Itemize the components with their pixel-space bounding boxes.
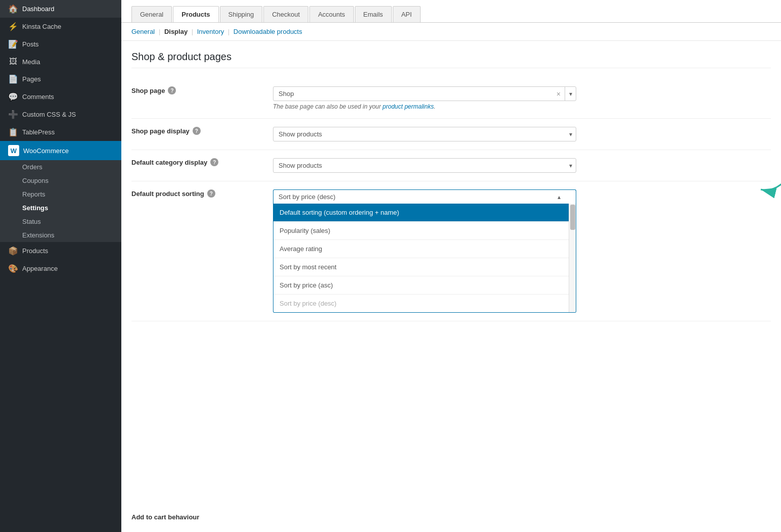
dropdown-option-price-asc[interactable]: Sort by price (asc) bbox=[273, 276, 576, 294]
sidebar-item-media[interactable]: 🖼 Media bbox=[0, 53, 121, 70]
sorting-container: Sort by price (desc) ▴ Default sorting (… bbox=[273, 189, 771, 313]
dropdown-option-price-desc[interactable]: Sort by price (desc) bbox=[273, 294, 576, 312]
tab-general[interactable]: General bbox=[131, 6, 172, 22]
sidebar-item-label: Posts bbox=[22, 40, 113, 48]
sidebar-item-label: Custom CSS & JS bbox=[22, 111, 113, 118]
appearance-icon: 🎨 bbox=[8, 264, 18, 273]
sidebar-item-kinsta-cache[interactable]: ⚡ Kinsta Cache bbox=[0, 18, 121, 35]
tab-products[interactable]: Products bbox=[173, 6, 218, 22]
default-category-display-select-wrapper: Show products ▾ bbox=[273, 158, 576, 173]
field-label-shop-page: Shop page ? bbox=[131, 86, 263, 94]
sidebar-item-label: TablePress bbox=[22, 128, 113, 136]
tabs-bar: General Products Shipping Checkout Accou… bbox=[121, 0, 781, 23]
sidebar-item-settings[interactable]: Settings bbox=[0, 201, 121, 215]
table-row-shop-page: Shop page ? Shop × ▾ bbox=[131, 78, 771, 119]
dropdown-scrollbar[interactable] bbox=[569, 204, 576, 312]
sidebar-item-products[interactable]: 📦 Products bbox=[0, 242, 121, 260]
tab-checkout[interactable]: Checkout bbox=[263, 6, 308, 22]
shop-page-display-select[interactable]: Show products bbox=[273, 127, 576, 141]
tab-emails[interactable]: Emails bbox=[355, 6, 392, 22]
sidebar-item-extensions[interactable]: Extensions bbox=[0, 228, 121, 242]
table-row-default-product-sorting: Default product sorting ? bbox=[131, 181, 771, 321]
chevron-up-icon: ▴ bbox=[558, 194, 561, 201]
sidebar-item-label: Comments bbox=[22, 93, 113, 101]
sub-nav: General | Display | Inventory | Download… bbox=[121, 23, 781, 41]
help-icon-default-product-sorting[interactable]: ? bbox=[207, 189, 215, 198]
sidebar-item-label: Pages bbox=[22, 75, 113, 83]
dashboard-icon: 🏠 bbox=[8, 4, 18, 14]
pages-icon: 📄 bbox=[8, 74, 18, 84]
custom-css-js-icon: ➕ bbox=[8, 110, 18, 119]
field-label-default-category-display: Default category display ? bbox=[131, 158, 263, 166]
tab-shipping[interactable]: Shipping bbox=[220, 6, 263, 22]
table-row-shop-page-display: Shop page display ? Show products ▾ bbox=[131, 119, 771, 150]
tab-accounts[interactable]: Accounts bbox=[309, 6, 353, 22]
product-permalinks-link[interactable]: product permalinks bbox=[383, 103, 434, 110]
tablepress-icon: 📋 bbox=[8, 127, 18, 137]
section-title: Shop & product pages bbox=[131, 51, 771, 68]
sorting-current-value: Sort by price (desc) bbox=[279, 193, 336, 201]
dropdown-option-rating[interactable]: Average rating bbox=[273, 239, 576, 258]
shop-page-hint: The base page can also be used in your p… bbox=[273, 103, 771, 110]
settings-table: Shop page ? Shop × ▾ bbox=[131, 78, 771, 529]
products-icon: 📦 bbox=[8, 246, 18, 256]
tab-api[interactable]: API bbox=[393, 6, 421, 22]
sidebar-item-label: Dashboard bbox=[22, 5, 113, 13]
field-label-add-to-cart: Add to cart behaviour bbox=[131, 513, 263, 521]
sidebar-item-woocommerce[interactable]: W WooCommerce bbox=[0, 141, 121, 160]
field-label-default-product-sorting: Default product sorting ? bbox=[131, 189, 263, 198]
sidebar-item-status[interactable]: Status bbox=[0, 215, 121, 228]
sidebar-item-label: Products bbox=[22, 247, 113, 255]
woocommerce-icon: W bbox=[8, 145, 19, 156]
shop-page-dropdown-button[interactable]: ▾ bbox=[565, 86, 576, 101]
sidebar-item-label: Kinsta Cache bbox=[22, 23, 113, 30]
table-row-add-to-cart: Add to cart behaviour bbox=[131, 321, 771, 529]
sidebar-item-coupons[interactable]: Coupons bbox=[0, 174, 121, 187]
default-category-display-select[interactable]: Show products bbox=[273, 158, 576, 173]
table-row-default-category-display: Default category display ? Show products… bbox=[131, 150, 771, 181]
dropdown-option-popularity[interactable]: Popularity (sales) bbox=[273, 221, 576, 239]
sidebar-item-label: WooCommerce bbox=[23, 147, 69, 155]
subnav-display: Display bbox=[164, 28, 188, 35]
scrollbar-thumb bbox=[570, 205, 575, 230]
field-label-shop-page-display: Shop page display ? bbox=[131, 127, 263, 135]
dropdown-option-recent[interactable]: Sort by most recent bbox=[273, 258, 576, 276]
sidebar-item-appearance[interactable]: 🎨 Appearance bbox=[0, 260, 121, 277]
sidebar-item-custom-css-js[interactable]: ➕ Custom CSS & JS bbox=[0, 106, 121, 123]
sidebar-item-dashboard[interactable]: 🏠 Dashboard bbox=[0, 0, 121, 18]
content-area: Shop & product pages Shop page ? Shop bbox=[121, 41, 781, 532]
shop-page-clear-button[interactable]: × bbox=[553, 90, 565, 98]
shop-page-select[interactable]: Shop bbox=[273, 86, 576, 101]
sidebar-item-posts[interactable]: 📝 Posts bbox=[0, 35, 121, 53]
help-icon-shop-page[interactable]: ? bbox=[168, 86, 176, 94]
sidebar-item-label: Media bbox=[22, 58, 113, 66]
sorting-select-box[interactable]: Sort by price (desc) ▴ bbox=[273, 189, 576, 204]
subnav-general[interactable]: General bbox=[131, 28, 155, 35]
posts-icon: 📝 bbox=[8, 39, 18, 49]
sidebar-item-comments[interactable]: 💬 Comments bbox=[0, 88, 121, 106]
sidebar-item-tablepress[interactable]: 📋 TablePress bbox=[0, 123, 121, 141]
sidebar-item-label: Appearance bbox=[22, 265, 113, 272]
subnav-downloadable[interactable]: Downloadable products bbox=[234, 28, 302, 35]
sidebar-item-pages[interactable]: 📄 Pages bbox=[0, 70, 121, 88]
shop-page-display-select-wrapper: Show products ▾ bbox=[273, 127, 576, 141]
media-icon: 🖼 bbox=[8, 57, 18, 66]
dropdown-option-default[interactable]: Default sorting (custom ordering + name) bbox=[273, 204, 576, 221]
help-icon-shop-page-display[interactable]: ? bbox=[193, 127, 201, 135]
main-content: General Products Shipping Checkout Accou… bbox=[121, 0, 781, 532]
kinsta-cache-icon: ⚡ bbox=[8, 22, 18, 31]
sorting-dropdown: Default sorting (custom ordering + name)… bbox=[273, 204, 576, 313]
sidebar-item-orders[interactable]: Orders bbox=[0, 160, 121, 174]
sidebar: 🏠 Dashboard ⚡ Kinsta Cache 📝 Posts 🖼 Med… bbox=[0, 0, 121, 532]
subnav-inventory[interactable]: Inventory bbox=[197, 28, 224, 35]
woocommerce-submenu: Orders Coupons Reports Settings Status E… bbox=[0, 160, 121, 242]
help-icon-default-category-display[interactable]: ? bbox=[210, 158, 218, 166]
shop-page-select-wrapper: Shop × ▾ bbox=[273, 86, 576, 101]
comments-icon: 💬 bbox=[8, 92, 18, 102]
sidebar-item-reports[interactable]: Reports bbox=[0, 187, 121, 201]
